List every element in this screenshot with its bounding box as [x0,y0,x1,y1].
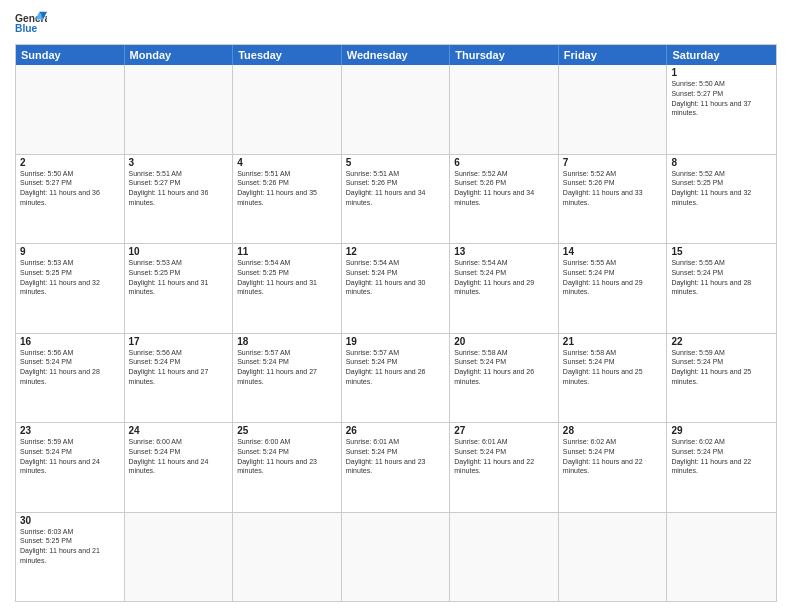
cell-info: Sunrise: 6:03 AMSunset: 5:25 PMDaylight:… [20,527,120,566]
cell-info: Sunrise: 5:52 AMSunset: 5:26 PMDaylight:… [454,169,554,208]
week-row-1: 2Sunrise: 5:50 AMSunset: 5:27 PMDaylight… [16,155,776,245]
header-wednesday: Wednesday [342,45,451,65]
header-monday: Monday [125,45,234,65]
day-number: 7 [563,157,663,168]
day-number: 25 [237,425,337,436]
cal-cell-2-0: 9Sunrise: 5:53 AMSunset: 5:25 PMDaylight… [16,244,125,333]
day-number: 21 [563,336,663,347]
day-number: 26 [346,425,446,436]
day-number: 18 [237,336,337,347]
cell-info: Sunrise: 6:01 AMSunset: 5:24 PMDaylight:… [346,437,446,476]
day-number: 13 [454,246,554,257]
cell-info: Sunrise: 5:50 AMSunset: 5:27 PMDaylight:… [671,79,772,118]
cell-info: Sunrise: 6:01 AMSunset: 5:24 PMDaylight:… [454,437,554,476]
cal-cell-5-6 [667,513,776,602]
cal-cell-3-5: 21Sunrise: 5:58 AMSunset: 5:24 PMDayligh… [559,334,668,423]
cal-cell-0-6: 1Sunrise: 5:50 AMSunset: 5:27 PMDaylight… [667,65,776,154]
day-number: 17 [129,336,229,347]
day-number: 11 [237,246,337,257]
cell-info: Sunrise: 6:00 AMSunset: 5:24 PMDaylight:… [237,437,337,476]
day-number: 3 [129,157,229,168]
cal-cell-4-2: 25Sunrise: 6:00 AMSunset: 5:24 PMDayligh… [233,423,342,512]
week-row-5: 30Sunrise: 6:03 AMSunset: 5:25 PMDayligh… [16,513,776,602]
cal-cell-2-5: 14Sunrise: 5:55 AMSunset: 5:24 PMDayligh… [559,244,668,333]
day-number: 20 [454,336,554,347]
day-number: 24 [129,425,229,436]
cell-info: Sunrise: 5:56 AMSunset: 5:24 PMDaylight:… [20,348,120,387]
cal-cell-3-1: 17Sunrise: 5:56 AMSunset: 5:24 PMDayligh… [125,334,234,423]
cell-info: Sunrise: 5:59 AMSunset: 5:24 PMDaylight:… [20,437,120,476]
week-row-0: 1Sunrise: 5:50 AMSunset: 5:27 PMDaylight… [16,65,776,155]
header-tuesday: Tuesday [233,45,342,65]
cal-cell-5-5 [559,513,668,602]
cell-info: Sunrise: 5:50 AMSunset: 5:27 PMDaylight:… [20,169,120,208]
cal-cell-4-4: 27Sunrise: 6:01 AMSunset: 5:24 PMDayligh… [450,423,559,512]
logo: General Blue [15,10,47,38]
cal-cell-2-3: 12Sunrise: 5:54 AMSunset: 5:24 PMDayligh… [342,244,451,333]
day-number: 4 [237,157,337,168]
cal-cell-4-0: 23Sunrise: 5:59 AMSunset: 5:24 PMDayligh… [16,423,125,512]
cal-cell-1-1: 3Sunrise: 5:51 AMSunset: 5:27 PMDaylight… [125,155,234,244]
cell-info: Sunrise: 5:58 AMSunset: 5:24 PMDaylight:… [563,348,663,387]
cal-cell-5-3 [342,513,451,602]
cell-info: Sunrise: 5:54 AMSunset: 5:24 PMDaylight:… [346,258,446,297]
cal-cell-2-2: 11Sunrise: 5:54 AMSunset: 5:25 PMDayligh… [233,244,342,333]
cal-cell-0-3 [342,65,451,154]
cell-info: Sunrise: 5:55 AMSunset: 5:24 PMDaylight:… [671,258,772,297]
day-number: 27 [454,425,554,436]
cell-info: Sunrise: 6:02 AMSunset: 5:24 PMDaylight:… [671,437,772,476]
cell-info: Sunrise: 6:02 AMSunset: 5:24 PMDaylight:… [563,437,663,476]
cell-info: Sunrise: 5:56 AMSunset: 5:24 PMDaylight:… [129,348,229,387]
cal-cell-5-2 [233,513,342,602]
day-number: 10 [129,246,229,257]
day-number: 23 [20,425,120,436]
cell-info: Sunrise: 5:53 AMSunset: 5:25 PMDaylight:… [129,258,229,297]
cal-cell-4-3: 26Sunrise: 6:01 AMSunset: 5:24 PMDayligh… [342,423,451,512]
cal-cell-2-4: 13Sunrise: 5:54 AMSunset: 5:24 PMDayligh… [450,244,559,333]
day-number: 14 [563,246,663,257]
cal-cell-0-1 [125,65,234,154]
cal-cell-1-6: 8Sunrise: 5:52 AMSunset: 5:25 PMDaylight… [667,155,776,244]
week-row-2: 9Sunrise: 5:53 AMSunset: 5:25 PMDaylight… [16,244,776,334]
week-row-4: 23Sunrise: 5:59 AMSunset: 5:24 PMDayligh… [16,423,776,513]
cal-cell-5-4 [450,513,559,602]
cell-info: Sunrise: 5:51 AMSunset: 5:27 PMDaylight:… [129,169,229,208]
svg-text:Blue: Blue [15,23,37,34]
cal-cell-1-0: 2Sunrise: 5:50 AMSunset: 5:27 PMDaylight… [16,155,125,244]
day-number: 5 [346,157,446,168]
day-number: 29 [671,425,772,436]
day-number: 1 [671,67,772,78]
calendar-header: Sunday Monday Tuesday Wednesday Thursday… [16,45,776,65]
cal-cell-3-6: 22Sunrise: 5:59 AMSunset: 5:24 PMDayligh… [667,334,776,423]
day-number: 19 [346,336,446,347]
cal-cell-0-5 [559,65,668,154]
cal-cell-1-2: 4Sunrise: 5:51 AMSunset: 5:26 PMDaylight… [233,155,342,244]
header-sunday: Sunday [16,45,125,65]
cell-info: Sunrise: 6:00 AMSunset: 5:24 PMDaylight:… [129,437,229,476]
header-saturday: Saturday [667,45,776,65]
cell-info: Sunrise: 5:57 AMSunset: 5:24 PMDaylight:… [237,348,337,387]
day-number: 9 [20,246,120,257]
calendar-body: 1Sunrise: 5:50 AMSunset: 5:27 PMDaylight… [16,65,776,601]
cell-info: Sunrise: 5:54 AMSunset: 5:25 PMDaylight:… [237,258,337,297]
header: General Blue [15,10,777,38]
cal-cell-2-1: 10Sunrise: 5:53 AMSunset: 5:25 PMDayligh… [125,244,234,333]
cal-cell-3-3: 19Sunrise: 5:57 AMSunset: 5:24 PMDayligh… [342,334,451,423]
cal-cell-4-6: 29Sunrise: 6:02 AMSunset: 5:24 PMDayligh… [667,423,776,512]
day-number: 2 [20,157,120,168]
day-number: 30 [20,515,120,526]
cal-cell-5-1 [125,513,234,602]
cell-info: Sunrise: 5:59 AMSunset: 5:24 PMDaylight:… [671,348,772,387]
cal-cell-3-2: 18Sunrise: 5:57 AMSunset: 5:24 PMDayligh… [233,334,342,423]
cal-cell-4-1: 24Sunrise: 6:00 AMSunset: 5:24 PMDayligh… [125,423,234,512]
day-number: 12 [346,246,446,257]
day-number: 28 [563,425,663,436]
cell-info: Sunrise: 5:51 AMSunset: 5:26 PMDaylight:… [237,169,337,208]
cal-cell-5-0: 30Sunrise: 6:03 AMSunset: 5:25 PMDayligh… [16,513,125,602]
cal-cell-3-0: 16Sunrise: 5:56 AMSunset: 5:24 PMDayligh… [16,334,125,423]
cell-info: Sunrise: 5:51 AMSunset: 5:26 PMDaylight:… [346,169,446,208]
day-number: 16 [20,336,120,347]
cell-info: Sunrise: 5:52 AMSunset: 5:25 PMDaylight:… [671,169,772,208]
cell-info: Sunrise: 5:53 AMSunset: 5:25 PMDaylight:… [20,258,120,297]
week-row-3: 16Sunrise: 5:56 AMSunset: 5:24 PMDayligh… [16,334,776,424]
